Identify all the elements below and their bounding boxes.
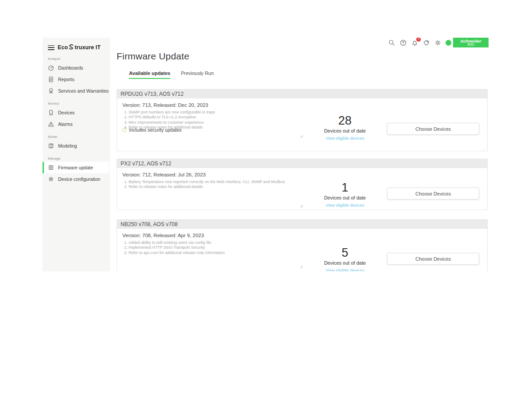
tab-available-updates[interactable]: Available updates	[129, 70, 170, 79]
update-card-px2: PX2 v712, AOS v712 Version: 712, Release…	[117, 159, 488, 210]
release-note-item: Refer to release notes for additional de…	[129, 184, 303, 189]
release-note-item: Refer to apc.com for additional release …	[129, 250, 303, 255]
release-note-item: Implemented HTTP Strict Transport Securi…	[129, 245, 303, 250]
security-icon	[122, 128, 126, 132]
view-eligible-devices-link[interactable]: View eligible devices	[325, 203, 364, 207]
sidebar-section-label: Model	[43, 130, 109, 140]
card-body: Version: 713, Released: Dec 20, 2023 SNM…	[117, 98, 487, 137]
sidebar-item-devices[interactable]: Devices	[43, 107, 109, 118]
device-count-block: 28 Devices out of date View eligible dev…	[301, 114, 389, 141]
device-count-block: 1 Devices out of date View eligible devi…	[301, 181, 389, 208]
version-text: Version: 708, Released: Apr 9, 2023	[122, 233, 482, 238]
release-notes-list: Battery Temperature now reported correct…	[122, 180, 303, 190]
sidebar-item-label: Dashboards	[58, 65, 83, 70]
release-notes-box: Battery Temperature now reported correct…	[122, 180, 303, 206]
logo-row: Eco truxure IT	[43, 38, 109, 52]
logo-text-pre: Eco	[58, 44, 68, 51]
warning-triangle-icon	[48, 121, 54, 127]
sidebar-item-label: Alarms	[58, 121, 73, 127]
hamburger-menu-icon[interactable]	[48, 45, 55, 50]
device-count: 1	[301, 181, 389, 194]
device-count-label: Devices out of date	[301, 128, 389, 133]
device-count-block: 5 Devices out of date View eligible devi…	[301, 246, 389, 271]
card-header: PX2 v712, AOS v712	[117, 159, 487, 168]
logo-text-post: truxure IT	[74, 44, 101, 51]
award-icon	[48, 88, 54, 94]
view-eligible-devices-link[interactable]: View eligible devices	[325, 268, 364, 271]
device-count: 5	[301, 246, 389, 259]
sidebar-section-label: Manage	[43, 152, 109, 162]
card-body: Version: 712, Released: Jul 26, 2023 Bat…	[117, 168, 487, 206]
sidebar-section-label: Analyze	[43, 52, 109, 62]
map-icon	[48, 143, 54, 149]
sidebar-item-label: Device configuration	[58, 176, 100, 182]
sidebar-item-label: Services and Warranties	[58, 88, 109, 94]
choose-devices-button[interactable]: Choose Devices	[387, 253, 479, 265]
release-notes-box: Added ability to edit existing users via…	[122, 240, 303, 267]
app-window: Eco truxure IT Analyze Dashboards Report…	[43, 38, 489, 271]
main-content: Firmware Update Available updates Previo…	[110, 38, 489, 271]
card-body: Version: 708, Released: Apr 9, 2023 Adde…	[117, 229, 487, 267]
sidebar-item-dashboards[interactable]: Dashboards	[43, 62, 109, 74]
sidebar-item-label: Reports	[58, 77, 74, 82]
security-note: Includes security updates	[129, 127, 181, 133]
release-note-item: SNMP port numbers are now configurable i…	[129, 110, 303, 115]
card-header: RPDU2G v713, AOS v712	[117, 90, 487, 98]
release-notes-box: SNMP port numbers are now configurable i…	[122, 110, 303, 137]
tab-previously-run[interactable]: Previously Run	[181, 70, 214, 79]
ecostruxure-logo: Eco truxure IT	[58, 44, 101, 51]
report-icon	[48, 76, 54, 82]
choose-devices-button[interactable]: Choose Devices	[387, 188, 479, 200]
sidebar: Eco truxure IT Analyze Dashboards Report…	[43, 38, 110, 271]
gauge-icon	[48, 65, 54, 71]
card-header: NB250 v708, AOS v708	[117, 220, 487, 229]
ecostruxure-swirl-icon	[68, 44, 74, 51]
release-note-item: Battery Temperature now reported correct…	[129, 180, 303, 184]
device-count-label: Devices out of date	[301, 195, 389, 200]
version-text: Version: 712, Released: Jul 26, 2023	[122, 172, 482, 177]
device-count-label: Devices out of date	[301, 260, 389, 266]
sidebar-section-label: Monitor	[43, 97, 109, 107]
device-count: 28	[301, 114, 389, 127]
firmware-chip-icon	[48, 164, 54, 171]
config-gear-icon	[48, 176, 54, 182]
sidebar-item-label: Devices	[58, 110, 74, 115]
sidebar-item-label: Modeling	[58, 143, 77, 149]
release-note-item: Added ability to edit existing users via…	[129, 240, 303, 245]
release-note-item: Misc improvements to customer experience	[129, 120, 303, 125]
page-title: Firmware Update	[117, 51, 489, 62]
sidebar-item-device-configuration[interactable]: Device configuration	[43, 173, 109, 185]
version-text: Version: 713, Released: Dec 20, 2023	[122, 102, 482, 108]
view-eligible-devices-link[interactable]: View eligible devices	[325, 136, 364, 141]
release-note-item: HTTPS defaults to TLS v1.2 encryption	[129, 115, 303, 120]
choose-devices-button[interactable]: Choose Devices	[387, 123, 479, 135]
sidebar-item-reports[interactable]: Reports	[43, 74, 109, 85]
sidebar-item-firmware-update[interactable]: Firmware update	[43, 162, 109, 173]
sidebar-item-label: Firmware update	[58, 165, 93, 170]
tab-bar: Available updates Previously Run	[117, 70, 489, 79]
update-card-nb250: NB250 v708, AOS v708 Version: 708, Relea…	[117, 219, 488, 271]
update-card-rpdu2g: RPDU2G v713, AOS v712 Version: 713, Rele…	[117, 89, 488, 151]
sidebar-item-services-and-warranties[interactable]: Services and Warranties	[43, 85, 109, 97]
device-icon	[48, 110, 54, 116]
sidebar-item-modeling[interactable]: Modeling	[43, 140, 109, 152]
release-notes-list: Added ability to edit existing users via…	[122, 240, 303, 255]
sidebar-item-alarms[interactable]: Alarms	[43, 118, 109, 130]
security-note-row: Includes security updates	[122, 127, 181, 133]
